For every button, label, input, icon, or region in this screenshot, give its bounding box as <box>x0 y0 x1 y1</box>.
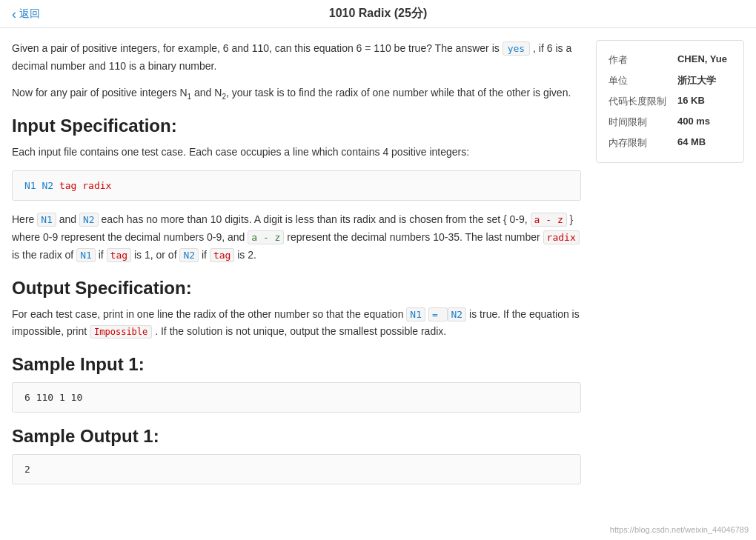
code-limit-value: 16 KB <box>674 91 735 112</box>
sample-input-code: 6 110 1 10 <box>12 382 581 413</box>
output-spec-text: For each test case, print in one line th… <box>12 306 581 341</box>
eq-sign: = <box>428 307 448 321</box>
back-label: 返回 <box>19 7 40 21</box>
input-code-block: N1 N2 tag radix <box>12 170 581 201</box>
top-bar: 返回 1010 Radix (25分) <box>0 0 756 28</box>
tag-inline-2: tag <box>210 248 234 262</box>
az-inline-2: a - z <box>248 230 284 244</box>
sidebar-table: 作者 CHEN, Yue 单位 浙江大学 代码长度限制 16 KB 时间限制 4… <box>606 50 735 153</box>
sidebar-row-memory-limit: 内存限制 64 MB <box>606 133 735 153</box>
main-layout: Given a pair of positive integers, for e… <box>0 28 756 507</box>
intro-paragraph-1: Given a pair of positive integers, for e… <box>12 40 581 76</box>
intro-text-before: Given a pair of positive integers, for e… <box>12 42 500 54</box>
intro-paragraph-2: Now for any pair of positive integers N1… <box>12 84 581 103</box>
output-spec-heading: Output Specification: <box>12 278 581 299</box>
n2-eq: N2 <box>448 307 467 321</box>
input-spec-detail: Here N1 and N2 each has no more than 10 … <box>12 211 581 264</box>
code-limit-label: 代码长度限制 <box>606 91 674 112</box>
n1-inline-2: N1 <box>76 248 96 262</box>
page-title: 1010 Radix (25分) <box>329 6 428 21</box>
sample-output-code: 2 <box>12 454 581 484</box>
unit-value: 浙江大学 <box>674 70 735 91</box>
time-limit-label: 时间限制 <box>606 112 674 133</box>
code-n1: N1 <box>24 180 36 191</box>
memory-limit-value: 64 MB <box>674 133 735 153</box>
author-label: 作者 <box>606 50 674 70</box>
code-n2: N2 <box>42 180 53 191</box>
tag-inline-1: tag <box>107 248 131 262</box>
radix-inline: radix <box>543 230 580 244</box>
sidebar-row-code-limit: 代码长度限制 16 KB <box>606 91 735 112</box>
code-tag: tag <box>59 180 76 191</box>
sample-output-heading: Sample Output 1: <box>12 426 581 447</box>
sidebar-row-author: 作者 CHEN, Yue <box>606 50 735 70</box>
n2-inline: N2 <box>79 213 99 227</box>
sample-input-heading: Sample Input 1: <box>12 354 581 375</box>
memory-limit-label: 内存限制 <box>606 133 674 153</box>
impossible-badge: Impossible <box>90 325 152 339</box>
input-spec-heading: Input Specification: <box>12 116 581 136</box>
sidebar-row-time-limit: 时间限制 400 ms <box>606 112 735 133</box>
sidebar: 作者 CHEN, Yue 单位 浙江大学 代码长度限制 16 KB 时间限制 4… <box>596 40 744 163</box>
az-inline-1: a - z <box>531 213 567 227</box>
code-radix: radix <box>82 180 111 191</box>
back-link[interactable]: 返回 <box>12 7 40 21</box>
content-area: Given a pair of positive integers, for e… <box>12 40 581 495</box>
author-value: CHEN, Yue <box>674 50 735 70</box>
unit-label: 单位 <box>606 70 674 91</box>
n2-inline-2: N2 <box>179 248 199 262</box>
yes-badge: yes <box>503 41 530 56</box>
sidebar-row-unit: 单位 浙江大学 <box>606 70 735 91</box>
n1-inline: N1 <box>37 213 56 227</box>
input-spec-text: Each input file contains one test case. … <box>12 144 581 161</box>
time-limit-value: 400 ms <box>674 112 735 133</box>
n1-eq: N1 <box>406 307 425 321</box>
